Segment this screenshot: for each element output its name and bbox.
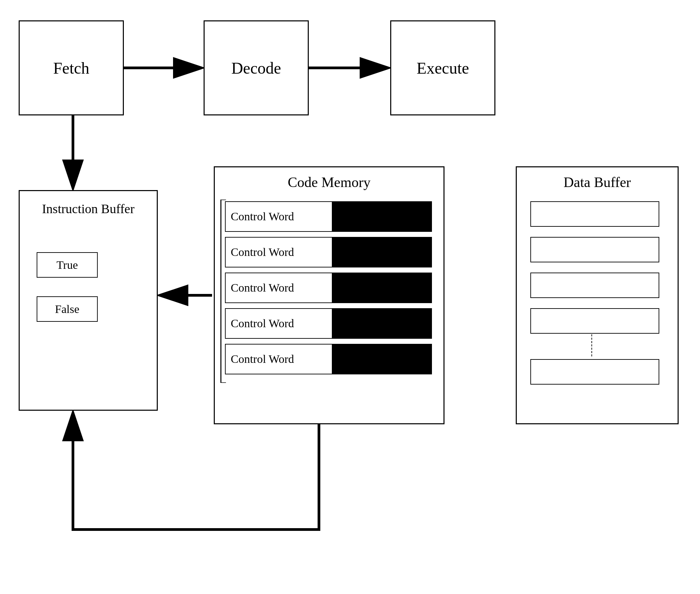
db-separator bbox=[591, 334, 592, 356]
cw-row-2: Control Word bbox=[225, 237, 432, 267]
cw-row-3: Control Word bbox=[225, 273, 432, 303]
cw-text-5: Control Word bbox=[226, 345, 333, 374]
ib-true-box: True bbox=[37, 252, 98, 278]
db-row-3 bbox=[530, 273, 659, 298]
db-row-1 bbox=[530, 201, 659, 227]
execute-box: Execute bbox=[390, 20, 495, 115]
ib-true-label: True bbox=[57, 259, 78, 272]
diagram: Fetch Decode Execute Instruction Buffer … bbox=[0, 0, 700, 594]
ib-false-box: False bbox=[37, 296, 98, 322]
fetch-box: Fetch bbox=[19, 20, 124, 115]
cw-text-1: Control Word bbox=[226, 202, 333, 231]
cw-row-1: Control Word bbox=[225, 201, 432, 232]
cw-black-4 bbox=[333, 309, 431, 338]
decode-box: Decode bbox=[204, 20, 309, 115]
cw-black-5 bbox=[333, 345, 431, 374]
data-buffer-label: Data Buffer bbox=[517, 174, 678, 190]
db-row-2 bbox=[530, 237, 659, 262]
cw-black-1 bbox=[333, 202, 431, 231]
ib-false-label: False bbox=[55, 303, 79, 316]
cw-black-3 bbox=[333, 273, 431, 302]
code-memory-label: Code Memory bbox=[215, 174, 443, 190]
cw-text-2: Control Word bbox=[226, 238, 333, 267]
fetch-label: Fetch bbox=[53, 59, 90, 77]
cw-text-4: Control Word bbox=[226, 309, 333, 338]
execute-label: Execute bbox=[417, 59, 469, 77]
instruction-buffer-box: Instruction Buffer True False bbox=[19, 190, 158, 411]
cw-text-3: Control Word bbox=[226, 273, 333, 302]
decode-label: Decode bbox=[231, 59, 281, 77]
data-buffer-box: Data Buffer bbox=[516, 166, 679, 424]
instruction-buffer-label: Instruction Buffer bbox=[20, 201, 157, 216]
db-row-5 bbox=[530, 359, 659, 385]
cw-row-5: Control Word bbox=[225, 344, 432, 374]
code-memory-box: Code Memory Control Word Control Word Co… bbox=[214, 166, 444, 424]
cw-black-2 bbox=[333, 238, 431, 267]
db-row-4 bbox=[530, 308, 659, 334]
cw-row-4: Control Word bbox=[225, 308, 432, 339]
